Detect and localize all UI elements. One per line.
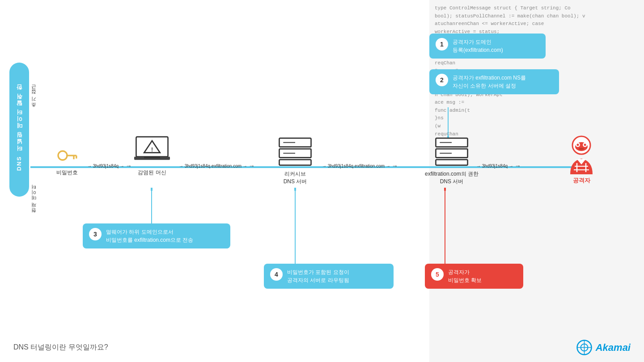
connector-line-3 — [151, 188, 153, 226]
tooltip4: 4 비밀번호가 포함된 요청이 공격자의 서버로 라우팅됨 — [264, 264, 394, 289]
attacker-label-text: 공격자 — [573, 177, 590, 185]
laptop-svg: ! — [134, 134, 170, 165]
tooltip5-number: 5 — [431, 268, 444, 281]
attacker-container: 공격자 — [566, 134, 597, 185]
svg-point-23 — [577, 144, 579, 146]
recursive-dns-label: 리커시브DNS 서버 — [284, 170, 307, 185]
tooltip3: 3 멀웨어가 하위 도메인으로서 비밀번호를 exfiltration.com으… — [83, 223, 230, 248]
key-svg — [56, 147, 78, 167]
svg-rect-13 — [279, 160, 311, 165]
svg-point-35 — [294, 188, 296, 191]
arrow4: → 3hd93j1s84q → — [476, 159, 521, 173]
dns-label-text: DNS터널링 데이터 탈취 한 — [15, 88, 23, 171]
tooltip2-text: 공격자가 exfiltration.com NS를 자신이 소유한 서버에 설정 — [453, 74, 526, 90]
tooltip2: 2 공격자가 exfiltration.com NS를 자신이 소유한 서버에 … — [429, 69, 559, 94]
svg-text:!: ! — [151, 147, 153, 153]
dns-label-main: DNS터널링 데이터 탈취 한 — [9, 63, 29, 197]
tooltip3-text: 멀웨어가 하위 도메인으로서 비밀번호를 exfiltration.com으로 … — [106, 228, 193, 244]
bottom-title: DNS 터널링이란 무엇일까요? — [13, 343, 108, 352]
tooltip1-number: 1 — [436, 38, 448, 51]
authoritative-dns-svg — [434, 135, 470, 167]
key-icon-container: 비밀번호 — [51, 147, 83, 182]
label-bottom: 현재 데이터 — [30, 188, 37, 216]
authoritative-dns-server: exfiltration.com의 권한DNS 서버 — [425, 135, 479, 185]
dns-label-container: DNS터널링 데이터 탈취 한 — [8, 63, 30, 219]
akamai-label-text: Akamai — [596, 342, 631, 354]
tooltip3-number: 3 — [89, 228, 102, 240]
akamai-logo: Akamai — [576, 340, 631, 355]
tooltip1: 1 공격자가 도메인 등록(exfiltration.com) — [429, 34, 546, 59]
recursive-dns-svg — [277, 135, 313, 167]
tooltip1-text: 공격자가 도메인 등록(exfiltration.com) — [453, 38, 503, 54]
svg-point-33 — [151, 188, 153, 191]
tooltip5: 5 공격자가 비밀번호 확보 — [425, 264, 523, 289]
attacker-svg — [566, 134, 597, 174]
svg-rect-18 — [436, 160, 467, 165]
tooltip2-number: 2 — [436, 74, 448, 86]
tooltip4-number: 4 — [270, 268, 283, 281]
key-label-text: 비밀번호 — [56, 169, 78, 177]
tooltip5-text: 공격자가 비밀번호 확보 — [448, 268, 482, 284]
arrow2: → 3hd93j1s84q.exfiltration.com → — [179, 159, 255, 173]
svg-point-0 — [58, 151, 67, 160]
connector-line-5 — [444, 188, 446, 266]
svg-point-24 — [584, 144, 586, 146]
label-top: 초기 접근 — [30, 87, 37, 110]
authoritative-dns-label: exfiltration.com의 권한DNS 서버 — [425, 170, 479, 185]
svg-point-25 — [579, 148, 584, 150]
svg-point-37 — [444, 188, 446, 191]
recursive-dns-server: 리커시브DNS 서버 — [277, 135, 313, 185]
laptop-container: ! 감염된 머신 — [130, 134, 174, 188]
connector-line-2 — [447, 107, 449, 139]
laptop-label-text: 감염된 머신 — [138, 169, 166, 177]
main-diagram: type ControlMessage struct { Target stri… — [0, 0, 644, 362]
svg-rect-8 — [144, 157, 160, 159]
akamai-icon — [576, 340, 592, 355]
arrow3: → 3hd93j1s84q.exfiltration.com → — [322, 159, 398, 173]
connector-line-4 — [294, 188, 296, 266]
tooltip4-text: 비밀번호가 포함된 요청이 공격자의 서버로 라우팅됨 — [287, 268, 349, 284]
arrow1: → 3hd93j1s84q → — [87, 159, 132, 173]
